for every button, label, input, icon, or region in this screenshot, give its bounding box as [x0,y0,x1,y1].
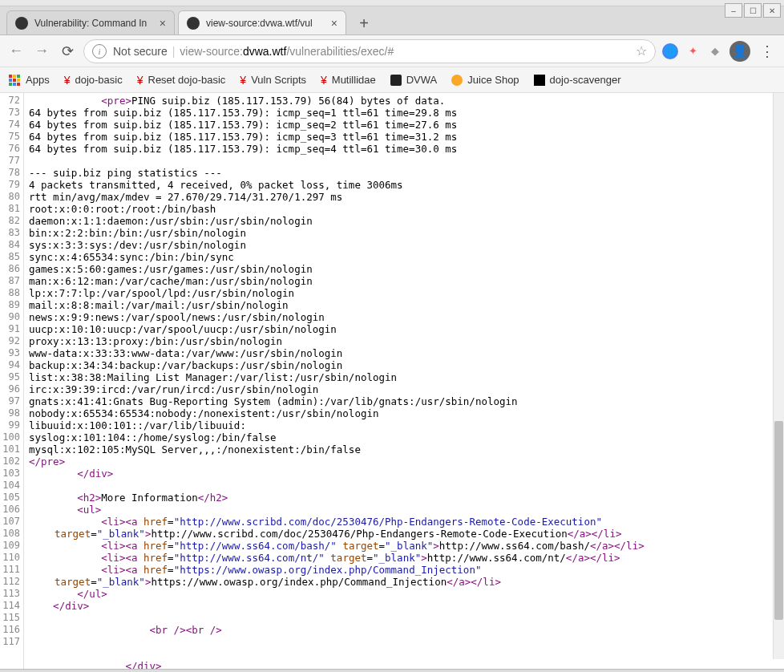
source-line[interactable]: daemon:x:1:1:daemon:/usr/sbin:/usr/sbin/… [29,215,781,227]
source-line[interactable] [29,480,781,492]
line-number[interactable]: 110 [0,552,20,564]
source-line[interactable]: nobody:x:65534:65534:nobody:/nonexistent… [29,407,781,419]
line-number[interactable]: 109 [0,540,20,552]
line-number[interactable]: 77 [0,155,20,167]
source-line[interactable]: proxy:x:13:13:proxy:/bin:/usr/sbin/nolog… [29,335,781,347]
line-number[interactable]: 112 [0,576,20,588]
source-line[interactable]: 64 bytes from suip.biz (185.117.153.79):… [29,107,781,119]
line-number[interactable]: 78 [0,167,20,179]
source-line[interactable]: </div> [29,468,781,480]
source-line[interactable]: games:x:5:60:games:/usr/games:/usr/sbin/… [29,263,781,275]
source-line[interactable]: <ul> [29,504,781,516]
minimize-button[interactable]: – [725,3,742,18]
line-number[interactable]: 101 [0,443,20,455]
line-number[interactable]: 96 [0,383,20,395]
line-number[interactable]: 106 [0,504,20,516]
line-number[interactable]: 86 [0,263,20,275]
line-number[interactable]: 108 [0,528,20,540]
line-number[interactable]: 85 [0,251,20,263]
line-number[interactable]: 79 [0,179,20,191]
source-line[interactable] [29,155,781,167]
source-line[interactable]: backup:x:34:34:backup:/var/backups:/usr/… [29,359,781,371]
line-number[interactable]: 76 [0,143,20,155]
source-line[interactable]: <pre>PING suip.biz (185.117.153.79) 56(8… [29,95,781,107]
line-number[interactable]: 107 [0,516,20,528]
menu-button[interactable]: ⋮ [757,43,778,60]
line-number[interactable]: 75 [0,131,20,143]
tab-close-icon[interactable]: × [325,17,337,30]
source-line[interactable]: 64 bytes from suip.biz (185.117.153.79):… [29,131,781,143]
source-line[interactable]: man:x:6:12:man:/var/cache/man:/usr/sbin/… [29,275,781,287]
source-line[interactable]: rtt min/avg/max/mdev = 27.670/29.714/31.… [29,191,781,203]
maximize-button[interactable]: ☐ [744,3,762,18]
source-line[interactable]: mail:x:8:8:mail:/var/mail:/usr/sbin/nolo… [29,299,781,311]
line-number[interactable]: 103 [0,468,20,480]
source-line[interactable]: <li><a href="https://www.owasp.org/index… [29,564,781,588]
line-number[interactable]: 87 [0,275,20,287]
line-number[interactable]: 83 [0,227,20,239]
line-number[interactable]: 81 [0,203,20,215]
line-number[interactable]: 94 [0,359,20,371]
source-line[interactable] [29,612,781,624]
line-number[interactable]: 89 [0,299,20,311]
close-window-button[interactable]: ✕ [763,3,781,18]
scrollbar-thumb[interactable] [774,421,783,619]
reload-button[interactable]: ⟳ [58,42,77,61]
line-number[interactable]: 117 [0,636,20,648]
bookmark-star-icon[interactable]: ☆ [636,43,647,59]
source-line[interactable]: lp:x:7:7:lp:/var/spool/lpd:/usr/sbin/nol… [29,287,781,299]
line-number[interactable]: 111 [0,564,20,576]
line-number[interactable]: 100 [0,431,20,443]
source-line[interactable]: <h2>More Information</h2> [29,492,781,504]
bookmark-dvwa[interactable]: DVWA [390,74,438,86]
bookmark-mutillidae[interactable]: ¥Mutillidae [321,74,376,87]
source-line[interactable]: </ul> [29,588,781,600]
line-number[interactable]: 98 [0,407,20,419]
source-line[interactable]: gnats:x:41:41:Gnats Bug-Reporting System… [29,395,781,407]
tab-close-icon[interactable]: × [153,17,166,30]
line-number[interactable]: 97 [0,395,20,407]
source-line[interactable]: </pre> [29,455,781,468]
source-line[interactable]: list:x:38:38:Mailing List Manager:/var/l… [29,371,781,383]
line-number[interactable]: 72 [0,95,20,107]
source-line[interactable]: <li><a href="http://www.scribd.com/doc/2… [29,516,781,540]
source-line[interactable]: <li><a href="http://www.ss64.com/bash/" … [29,540,781,552]
source-line[interactable]: 64 bytes from suip.biz (185.117.153.79):… [29,119,781,131]
source-line[interactable]: 4 packets transmitted, 4 received, 0% pa… [29,179,781,191]
line-number[interactable]: 91 [0,323,20,335]
line-number[interactable]: 114 [0,600,20,612]
line-number[interactable]: 90 [0,311,20,323]
line-number[interactable]: 80 [0,191,20,203]
line-number[interactable]: 84 [0,239,20,251]
line-number[interactable]: 73 [0,107,20,119]
extension-icon[interactable]: 🌐 [662,43,678,59]
source-line[interactable]: root:x:0:0:root:/root:/bin/bash [29,203,781,215]
line-number[interactable]: 92 [0,335,20,347]
line-number[interactable]: 113 [0,588,20,600]
extension-icon[interactable]: ✦ [685,43,701,59]
vertical-scrollbar[interactable] [773,93,784,659]
source-line[interactable]: sys:x:3:3:sys:/dev:/usr/sbin/nologin [29,239,781,251]
line-number[interactable]: 102 [0,455,20,468]
tab-view-source[interactable]: view-source:dvwa.wtf/vul × [178,10,346,34]
bookmark-vuln-scripts[interactable]: ¥Vuln Scripts [240,74,306,87]
bookmark-juice-shop[interactable]: Juice Shop [451,74,519,86]
line-number[interactable]: 105 [0,492,20,504]
bookmark-apps[interactable]: Apps [8,74,50,87]
line-number[interactable]: 74 [0,119,20,131]
source-line[interactable]: <br /><br /> [29,624,781,636]
source-line[interactable]: </div> [29,600,781,612]
profile-avatar[interactable]: 👤 [729,41,750,62]
tab-dvwa-vulnerability[interactable]: Vulnerability: Command In × [6,10,175,34]
site-info-icon[interactable]: i [92,44,107,59]
line-number[interactable]: 99 [0,419,20,431]
bookmark-reset-dojo[interactable]: ¥Reset dojo-basic [137,74,226,87]
source-line[interactable]: <li><a href="http://www.ss64.com/nt/" ta… [29,552,781,564]
bookmark-dojo-scavenger[interactable]: dojo-scavenger [534,74,621,86]
source-line[interactable]: news:x:9:9:news:/var/spool/news:/usr/sbi… [29,311,781,323]
back-button[interactable]: ← [6,42,26,61]
source-line[interactable]: libuuid:x:100:101::/var/lib/libuuid: [29,419,781,431]
forward-button[interactable]: → [32,42,51,61]
address-bar[interactable]: i Not secure | view-source:dvwa.wtf/vuln… [83,39,656,63]
source-line[interactable]: 64 bytes from suip.biz (185.117.153.79):… [29,143,781,155]
